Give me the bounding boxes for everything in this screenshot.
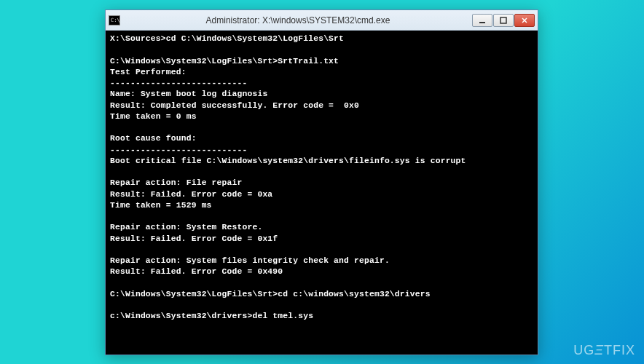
minimize-icon xyxy=(479,17,486,24)
watermark-after: TFIX xyxy=(604,343,635,357)
window-controls xyxy=(471,14,535,27)
terminal-area[interactable]: X:\Sources>cd C:\Windows\System32\LogFil… xyxy=(106,31,538,355)
maximize-icon xyxy=(500,17,507,24)
title-bar[interactable]: C:\ Administrator: X:\windows\SYSTEM32\c… xyxy=(106,10,538,31)
cmd-app-icon-label: C:\ xyxy=(111,17,120,23)
maximize-button[interactable] xyxy=(493,14,514,27)
watermark: UGΞTFIX xyxy=(573,343,635,358)
svg-rect-0 xyxy=(479,22,485,23)
watermark-before: UG xyxy=(573,343,594,357)
close-button[interactable] xyxy=(514,14,535,27)
window-title: Administrator: X:\windows\SYSTEM32\cmd.e… xyxy=(125,15,471,25)
close-icon xyxy=(521,17,528,24)
cmd-window: C:\ Administrator: X:\windows\SYSTEM32\c… xyxy=(105,9,538,355)
minimize-button[interactable] xyxy=(472,14,492,27)
terminal-output: X:\Sources>cd C:\Windows\System32\LogFil… xyxy=(110,33,533,323)
watermark-e: Ξ xyxy=(594,343,604,357)
cmd-app-icon: C:\ xyxy=(109,15,120,25)
svg-rect-1 xyxy=(500,17,506,23)
